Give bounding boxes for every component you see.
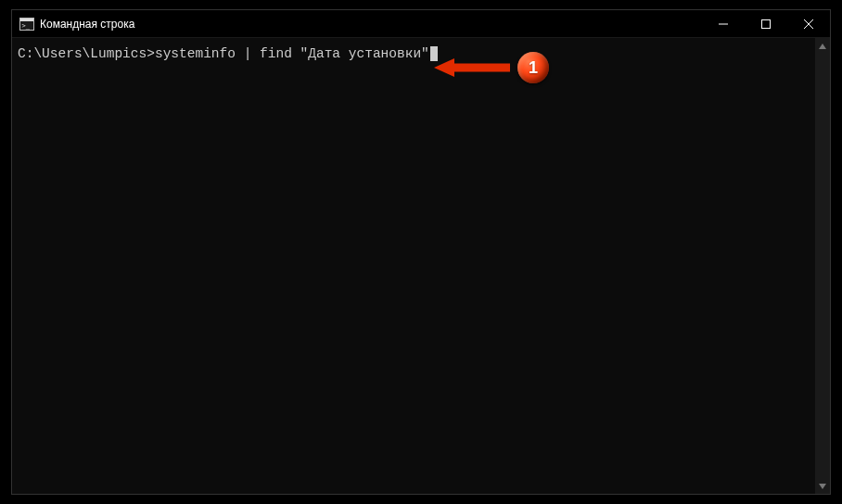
scroll-down-icon[interactable] bbox=[815, 478, 830, 494]
prompt-text: C:\Users\Lumpics> bbox=[18, 46, 155, 61]
titlebar[interactable]: >_ Командная строка bbox=[12, 10, 830, 38]
command-text: systeminfo | find "Дата установки" bbox=[155, 46, 429, 61]
svg-rect-4 bbox=[762, 19, 771, 28]
terminal-line: C:\Users\Lumpics>systeminfo | find "Дата… bbox=[18, 45, 824, 63]
window-controls bbox=[702, 10, 830, 37]
command-prompt-window: >_ Командная строка C:\Users\Lumpics>sys… bbox=[11, 9, 831, 495]
maximize-button[interactable] bbox=[745, 10, 787, 37]
scrollbar[interactable] bbox=[815, 38, 830, 494]
titlebar-left: >_ Командная строка bbox=[12, 18, 134, 31]
terminal-body[interactable]: C:\Users\Lumpics>systeminfo | find "Дата… bbox=[12, 38, 830, 494]
minimize-button[interactable] bbox=[702, 10, 745, 37]
scroll-up-icon[interactable] bbox=[815, 38, 830, 54]
svg-rect-1 bbox=[20, 19, 33, 21]
cursor bbox=[430, 46, 438, 61]
close-button[interactable] bbox=[787, 10, 830, 37]
svg-text:>_: >_ bbox=[22, 22, 31, 30]
window-title: Командная строка bbox=[40, 18, 134, 31]
cmd-icon: >_ bbox=[19, 18, 34, 31]
